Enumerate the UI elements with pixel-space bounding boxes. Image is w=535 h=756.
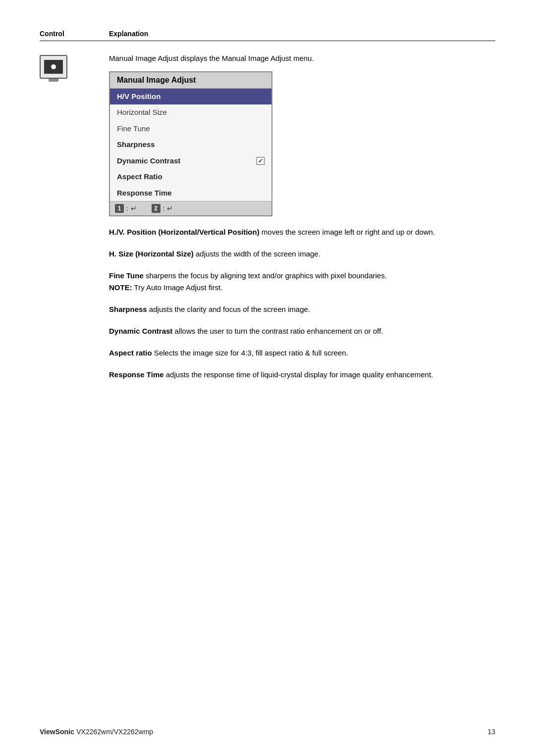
menu-item-hv-position[interactable]: H/V Position — [110, 89, 271, 105]
intro-bold: Manual Image Adjust — [109, 54, 178, 62]
para-dynamic-contrast-text: allows the user to turn the contrast rat… — [172, 327, 383, 335]
para-fine-tune-bold: Fine Tune — [109, 271, 144, 280]
page-footer: ViewSonic VX2262wm/VX2262wmp 13 — [40, 727, 495, 736]
para-response-time-bold: Response Time — [109, 370, 164, 379]
monitor-screen — [44, 60, 63, 74]
menu-item-sharpness[interactable]: Sharpness — [110, 137, 271, 153]
menu-item-dynamic-contrast[interactable]: Dynamic Contrast ✓ — [110, 153, 271, 169]
dynamic-contrast-checkbox[interactable]: ✓ — [257, 157, 265, 165]
btn1-num: 1 — [115, 204, 124, 213]
para-response-time: Response Time adjusts the response time … — [109, 369, 495, 381]
intro-rest: displays the Manual Image Adjust menu. — [178, 54, 314, 62]
para-h-size-bold: H. Size (Horizontal Size) — [109, 250, 194, 258]
btn2-separator: : — [163, 205, 165, 212]
menu-item-fine-tune[interactable]: Fine Tune — [110, 121, 271, 137]
menu-footer-btn1: 1 : ↵ — [115, 204, 137, 213]
footer-brand-model: ViewSonic VX2262wm/VX2262wmp — [40, 727, 153, 736]
explanation-column: Manual Image Adjust displays the Manual … — [109, 53, 495, 391]
monitor-dot — [51, 64, 56, 69]
para-dynamic-contrast-bold: Dynamic Contrast — [109, 327, 172, 335]
para-response-time-text: adjusts the response time of liquid-crys… — [164, 370, 433, 379]
para-h-size-text: adjusts the width of the screen image. — [194, 250, 321, 258]
para-hv-position-text: moves the screen image left or right and… — [260, 228, 435, 236]
footer-page-number: 13 — [487, 728, 495, 736]
btn2-icon: ↵ — [167, 204, 173, 212]
menu-footer-btn2: 2 : ↵ — [152, 204, 173, 213]
btn1-separator: : — [126, 205, 128, 212]
para-aspect-ratio: Aspect ratio Selects the image size for … — [109, 347, 495, 359]
footer-model-text: VX2262wm/VX2262wmp — [76, 728, 153, 736]
btn1-icon: ↵ — [131, 204, 137, 212]
para-hv-position: H./V. Position (Horizontal/Vertical Posi… — [109, 226, 495, 238]
para-h-size: H. Size (Horizontal Size) adjusts the wi… — [109, 248, 495, 260]
menu-item-response-time[interactable]: Response Time — [110, 185, 271, 202]
monitor-icon — [40, 55, 67, 79]
header-explanation-label: Explanation — [109, 30, 148, 38]
menu-footer: 1 : ↵ 2 : ↵ — [110, 201, 271, 215]
para-hv-position-bold: H./V. Position (Horizontal/Vertical Posi… — [109, 228, 260, 236]
btn2-num: 2 — [152, 204, 160, 213]
para-fine-tune-note-bold: NOTE: — [109, 283, 132, 292]
para-aspect-ratio-text: Selects the image size for 4:3, fill asp… — [152, 349, 348, 357]
intro-paragraph: Manual Image Adjust displays the Manual … — [109, 53, 495, 64]
header-control-label: Control — [40, 30, 109, 38]
para-sharpness-text: adjusts the clarity and focus of the scr… — [147, 305, 310, 313]
para-sharpness-bold: Sharpness — [109, 305, 147, 313]
para-aspect-ratio-bold: Aspect ratio — [109, 349, 152, 357]
para-dynamic-contrast: Dynamic Contrast allows the user to turn… — [109, 325, 495, 337]
menu-box: Manual Image Adjust H/V Position Horizon… — [109, 71, 272, 217]
para-fine-tune-text: sharpens the focus by aligning text and/… — [144, 271, 387, 280]
menu-item-aspect-ratio[interactable]: Aspect Ratio — [110, 169, 271, 185]
header-row: Control Explanation — [40, 30, 495, 41]
menu-item-horizontal-size[interactable]: Horizontal Size — [110, 104, 271, 121]
para-fine-tune: Fine Tune sharpens the focus by aligning… — [109, 270, 495, 294]
content-section: Manual Image Adjust displays the Manual … — [40, 53, 495, 391]
footer-brand: ViewSonic — [40, 728, 74, 736]
control-icon-column — [40, 53, 109, 391]
para-fine-tune-note-text: Try Auto Image Adjust first. — [132, 283, 223, 292]
para-sharpness: Sharpness adjusts the clarity and focus … — [109, 303, 495, 315]
menu-title: Manual Image Adjust — [110, 72, 271, 89]
